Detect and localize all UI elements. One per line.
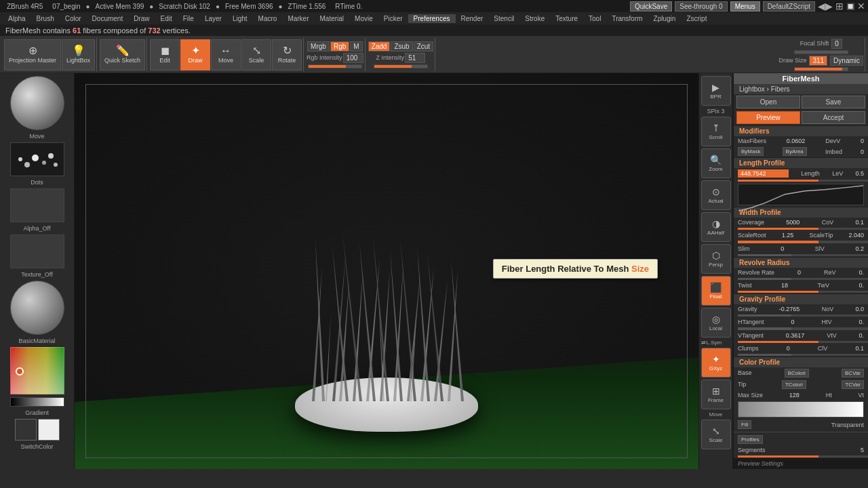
tcolor-btn[interactable]: TColori (782, 380, 806, 389)
slim-slider[interactable] (738, 254, 868, 256)
slv-value[interactable]: 0.2 (855, 245, 864, 252)
scale-tip-value[interactable]: 2.040 (848, 232, 864, 239)
menu-tool[interactable]: Tool (583, 14, 606, 23)
bpr-button[interactable]: ▶ BPR (701, 76, 731, 106)
menus-button[interactable]: Menus (730, 1, 760, 12)
color-profile-area[interactable] (738, 401, 864, 418)
swatch-light[interactable] (38, 419, 60, 441)
menu-marker[interactable]: Marker (282, 14, 314, 23)
menu-alpha[interactable]: Alpha (3, 14, 31, 23)
edit-button[interactable]: ◼ Edit (150, 39, 180, 70)
scale-slider[interactable] (738, 241, 868, 243)
tcvar-btn[interactable]: TCVar (842, 380, 864, 389)
twv-value[interactable]: 0. (859, 282, 864, 289)
vtangent-slider[interactable] (738, 341, 868, 343)
max-fibers-value[interactable]: 0.0602 (787, 138, 806, 144)
z-intensity-slider[interactable] (374, 64, 428, 68)
menu-picker[interactable]: Picker (378, 14, 408, 23)
menu-material[interactable]: Material (315, 14, 350, 23)
gravity-value[interactable]: -0.2765 (779, 306, 800, 312)
save-button[interactable]: Save (802, 96, 865, 108)
length-slider[interactable] (738, 180, 868, 182)
menu-movie[interactable]: Movie (349, 14, 378, 23)
menu-transform[interactable]: Transform (606, 14, 648, 23)
lev-value[interactable]: 0.5 (855, 170, 864, 177)
coverage-value[interactable]: 5000 (786, 219, 800, 226)
float-button[interactable]: ⬛ Float (701, 276, 731, 306)
rev-value[interactable]: 0. (859, 269, 864, 276)
move-button[interactable]: ↔ Move (211, 39, 241, 70)
draw-size-slider[interactable] (794, 67, 848, 71)
preview-button[interactable]: Preview (736, 111, 800, 124)
bcvar-btn[interactable]: BCVar (842, 369, 864, 378)
lightbox-button[interactable]: 💡 LightBox (62, 39, 95, 70)
segments-value[interactable]: 5 (861, 447, 864, 453)
fill-button[interactable]: Fill (738, 420, 751, 429)
zoom-button[interactable]: 🔍 Zoom (701, 148, 731, 178)
vtangent-value[interactable]: 0.3617 (786, 332, 805, 339)
gravity-slider[interactable] (738, 314, 868, 317)
dots-preview[interactable] (10, 142, 64, 176)
actual-button[interactable]: ⊙ Actual (701, 180, 731, 210)
menu-preferences[interactable]: Preferences (408, 14, 456, 23)
menu-draw[interactable]: Draw (128, 14, 155, 23)
aahalf-button[interactable]: ◑ AAHalf (701, 212, 731, 242)
menu-zscript[interactable]: Zscript (681, 14, 712, 23)
slim-value[interactable]: 0 (781, 245, 784, 252)
menu-light[interactable]: Light (227, 14, 253, 23)
material-sphere[interactable] (10, 76, 64, 130)
gxyz-button[interactable]: ✦ GXyz (701, 348, 731, 378)
menu-stroke[interactable]: Stroke (519, 14, 550, 23)
persp-button[interactable]: ⬡ Persp (701, 244, 731, 274)
z-intensity-value[interactable]: 51 (405, 53, 425, 63)
color-picker[interactable] (10, 347, 64, 394)
revolve-rate-value[interactable]: 0 (797, 269, 801, 276)
htangent-value[interactable]: 0 (791, 319, 795, 325)
focal-shift-value[interactable]: 0 (831, 39, 842, 49)
scale-root-value[interactable]: 1.25 (782, 232, 794, 239)
clumps-slider[interactable] (738, 354, 868, 356)
clv-value[interactable]: 0.1 (855, 345, 864, 352)
local-button[interactable]: ◎ Local (701, 308, 731, 338)
quick-sketch-button[interactable]: ✏️ Quick Sketch (100, 39, 145, 70)
menu-brush[interactable]: Brush (31, 14, 60, 23)
coverage-slider[interactable] (738, 228, 868, 230)
nov-value[interactable]: 0.0 (855, 306, 864, 312)
vtv-value[interactable]: 0. (859, 332, 864, 339)
menu-macro[interactable]: Macro (253, 14, 283, 23)
zcut-btn[interactable]: Zcut (414, 41, 433, 52)
scale-tool-button[interactable]: ⤡ Scale (701, 420, 731, 449)
imbed-value[interactable]: 0 (861, 148, 864, 155)
texture-preview[interactable] (10, 235, 64, 268)
accept-button[interactable]: Accept (802, 111, 865, 124)
switch-color-label[interactable]: SwitchColor (20, 443, 53, 450)
focal-shift-slider[interactable] (794, 50, 848, 54)
menu-layer[interactable]: Layer (199, 14, 227, 23)
rotate-button[interactable]: ↻ Rotate (272, 39, 302, 70)
draw-button[interactable]: ✦ Draw (180, 39, 210, 70)
bcolor-btn[interactable]: BColori (785, 369, 809, 378)
segments-slider[interactable] (738, 455, 868, 458)
menu-document[interactable]: Document (87, 14, 129, 23)
twist-value[interactable]: 18 (781, 282, 788, 289)
projection-master-button[interactable]: ⊕ Projection Master (4, 39, 61, 70)
mrgb-btn[interactable]: Mrgb (307, 41, 330, 52)
color-sphere[interactable] (10, 281, 64, 335)
alpha-preview[interactable] (10, 188, 64, 222)
htangent-slider[interactable] (738, 327, 868, 329)
scroll-button[interactable]: ⤒ Scroll (701, 117, 731, 146)
cov-value[interactable]: 0.1 (855, 219, 864, 226)
menu-color[interactable]: Color (60, 14, 87, 23)
rgb-btn[interactable]: Rgb (330, 41, 349, 52)
profiles-button[interactable]: Profiles (738, 435, 763, 444)
menu-stencil[interactable]: Stencil (488, 14, 519, 23)
zsub-btn[interactable]: Zsub (391, 41, 412, 52)
bymask-button[interactable]: ByMask (738, 147, 764, 156)
rgb-intensity-slider[interactable] (308, 64, 362, 68)
zadd-btn[interactable]: Zadd (368, 41, 391, 52)
menu-zplugin[interactable]: Zplugin (648, 14, 682, 23)
rgb-intensity-value[interactable]: 100 (343, 53, 363, 63)
menu-file[interactable]: File (178, 14, 199, 23)
byarea-button[interactable]: ByArea (783, 147, 807, 156)
scale-button[interactable]: ⤡ Scale (241, 39, 271, 70)
